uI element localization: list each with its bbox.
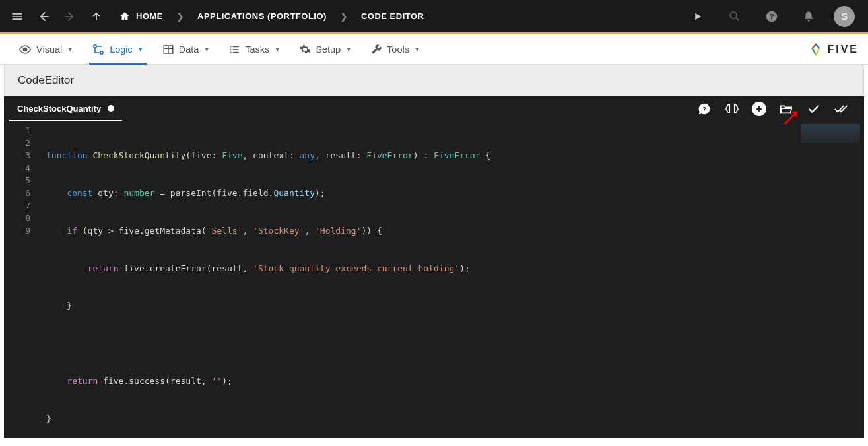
breadcrumb: HOME ❯ APPLICATIONS (PORTFOLIO) ❯ CODE E…	[119, 11, 424, 22]
chevron-right-icon: ❯	[340, 11, 348, 22]
back-icon[interactable]	[32, 5, 55, 28]
play-icon[interactable]	[686, 5, 710, 28]
code-area[interactable]: 1 2 3 4 5 6 7 8 9 function CheckStockQua…	[4, 121, 864, 438]
line-number: 4	[4, 162, 30, 174]
nav-logic[interactable]: Logic▼	[83, 34, 153, 64]
line-number: 9	[4, 224, 30, 237]
svg-text:?: ?	[702, 106, 706, 112]
breadcrumb-codeeditor-label: CODE EDITOR	[361, 11, 424, 21]
avatar[interactable]: S	[834, 6, 855, 27]
folder-open-icon[interactable]	[778, 101, 794, 117]
line-number: 3	[4, 149, 30, 162]
gear-icon	[299, 44, 311, 55]
line-number: 5	[4, 174, 30, 187]
tools-icon	[370, 44, 382, 55]
brand-label: FIVE	[827, 44, 859, 55]
line-number: 1	[4, 124, 30, 137]
code-line: return five.success(result, '');	[46, 375, 864, 387]
svg-point-4	[94, 44, 96, 47]
nav-logic-label: Logic	[110, 44, 133, 55]
tasks-icon	[228, 44, 240, 55]
caret-down-icon: ▼	[67, 46, 73, 53]
caret-down-icon: ▼	[414, 46, 420, 53]
brand: FIVE	[809, 42, 859, 57]
search-icon[interactable]	[723, 5, 747, 28]
breadcrumb-home-label: HOME	[136, 11, 163, 21]
forward-icon	[58, 5, 82, 28]
line-number: 6	[4, 187, 30, 199]
breadcrumb-home[interactable]: HOME	[119, 11, 163, 22]
breadcrumb-codeeditor[interactable]: CODE EDITOR	[361, 11, 424, 21]
editor-tabbar: CheckStockQuantity ?	[4, 96, 864, 121]
bell-icon[interactable]	[797, 5, 820, 28]
topbar: HOME ❯ APPLICATIONS (PORTFOLIO) ❯ CODE E…	[0, 0, 868, 34]
line-number: 8	[4, 212, 30, 224]
caret-down-icon: ▼	[137, 46, 144, 53]
topbar-right: ? S	[686, 5, 863, 28]
editor: CheckStockQuantity ?	[4, 96, 864, 438]
editor-actions: ?	[696, 101, 859, 117]
nav-setup[interactable]: Setup▼	[290, 34, 361, 64]
topbar-left: HOME ❯ APPLICATIONS (PORTFOLIO) ❯ CODE E…	[5, 5, 424, 28]
caret-down-icon: ▼	[203, 46, 210, 53]
breadcrumb-applications[interactable]: APPLICATIONS (PORTFOLIO)	[197, 11, 327, 21]
menu-icon[interactable]	[5, 5, 29, 28]
nav-data[interactable]: Data▼	[153, 34, 220, 64]
dirty-indicator-icon	[108, 105, 114, 112]
secondary-nav: Visual▼ Logic▼ Data▼ Tasks▼ Setup▼ Tools…	[0, 34, 868, 65]
svg-point-3	[24, 48, 27, 51]
code-line	[46, 337, 864, 350]
breadcrumb-applications-label: APPLICATIONS (PORTFOLIO)	[197, 11, 327, 21]
code-body[interactable]: function CheckStockQuantity(five: Five, …	[40, 121, 864, 438]
add-icon[interactable]	[752, 102, 766, 116]
help-bubble-icon[interactable]: ?	[696, 101, 712, 117]
check-icon[interactable]	[806, 101, 822, 117]
caret-down-icon: ▼	[345, 46, 352, 53]
svg-text:?: ?	[769, 12, 774, 20]
nav-tools[interactable]: Tools▼	[361, 34, 430, 64]
logic-icon	[92, 43, 105, 56]
code-line: const qty: number = parseInt(five.field.…	[46, 187, 864, 199]
brand-icon	[809, 42, 823, 57]
chevron-right-icon: ❯	[176, 11, 184, 22]
caret-down-icon: ▼	[274, 46, 281, 53]
help-icon[interactable]: ?	[760, 5, 784, 28]
code-line: function CheckStockQuantity(five: Five, …	[46, 149, 864, 162]
code-line: if (qty > five.getMetadata('Sells', 'Sto…	[46, 224, 864, 237]
nav-tasks[interactable]: Tasks▼	[219, 34, 290, 64]
page-title-label: CodeEditor	[18, 74, 74, 87]
code-line: }	[46, 412, 864, 425]
line-number: 2	[4, 137, 30, 149]
avatar-initial: S	[841, 11, 848, 22]
svg-point-5	[100, 51, 103, 53]
nav-tasks-label: Tasks	[245, 44, 269, 55]
page-title: CodeEditor	[4, 65, 864, 96]
nav-data-label: Data	[179, 44, 199, 55]
editor-tab[interactable]: CheckStockQuantity	[9, 96, 122, 121]
up-icon[interactable]	[84, 5, 108, 28]
nav-setup-label: Setup	[316, 44, 341, 55]
brain-icon[interactable]	[724, 101, 740, 117]
editor-tab-label: CheckStockQuantity	[17, 104, 101, 113]
code-line: return five.createError(result, 'Stock q…	[46, 262, 864, 274]
double-check-icon[interactable]	[834, 101, 850, 117]
nav-visual-label: Visual	[36, 44, 62, 55]
eye-icon	[18, 43, 32, 56]
gutter: 1 2 3 4 5 6 7 8 9	[4, 121, 40, 438]
home-icon	[119, 11, 131, 22]
table-icon	[162, 44, 174, 55]
code-line: }	[46, 300, 864, 312]
line-number: 7	[4, 199, 30, 212]
nav-tools-label: Tools	[387, 44, 409, 55]
svg-point-0	[730, 12, 737, 18]
nav-visual[interactable]: Visual▼	[9, 34, 83, 64]
